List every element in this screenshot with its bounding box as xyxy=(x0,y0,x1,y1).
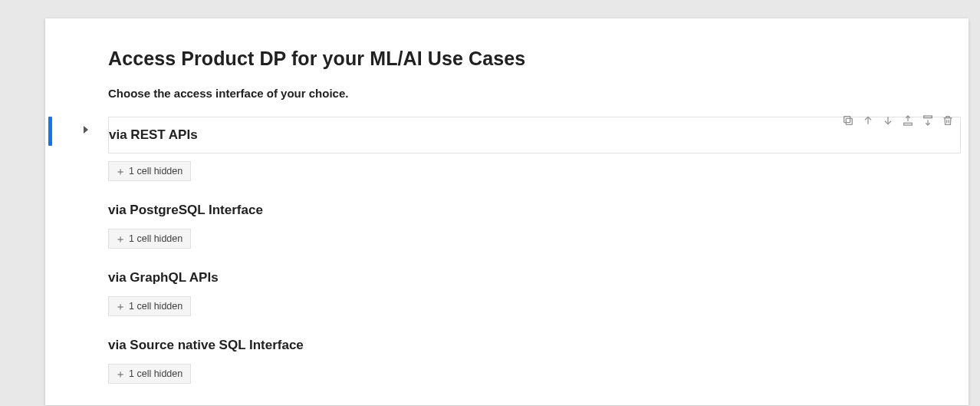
section-native-sql: via Source native SQL Interface ＋ 1 cell… xyxy=(108,335,961,398)
header-block: Access Product DP for your ML/AI Use Cas… xyxy=(108,48,938,100)
plus-icon: ＋ xyxy=(115,368,126,379)
section-heading[interactable]: via Source native SQL Interface xyxy=(108,335,961,356)
plus-icon: ＋ xyxy=(115,166,126,177)
plus-icon: ＋ xyxy=(115,233,126,244)
section-postgresql: via PostgreSQL Interface ＋ 1 cell hidden xyxy=(108,200,961,262)
copy-icon[interactable] xyxy=(842,114,854,127)
section-heading[interactable]: via GraphQL APIs xyxy=(108,267,961,289)
selection-indicator xyxy=(48,117,52,146)
delete-icon[interactable] xyxy=(942,114,954,127)
show-hidden-cells-button[interactable]: ＋ 1 cell hidden xyxy=(108,364,191,384)
svg-rect-3 xyxy=(924,116,932,118)
plus-icon: ＋ xyxy=(115,301,126,312)
show-hidden-cells-button[interactable]: ＋ 1 cell hidden xyxy=(108,296,191,316)
insert-below-icon[interactable] xyxy=(922,114,934,127)
svg-rect-1 xyxy=(844,117,850,123)
hidden-cell-label: 1 cell hidden xyxy=(129,301,183,312)
move-down-icon[interactable] xyxy=(882,114,894,127)
hidden-cell-label: 1 cell hidden xyxy=(129,368,183,379)
section-heading: via REST APIs xyxy=(109,121,954,149)
page-subtitle: Choose the access interface of your choi… xyxy=(108,87,938,100)
cell-toolbar xyxy=(842,114,960,127)
svg-rect-0 xyxy=(846,118,852,124)
hidden-cell-label: 1 cell hidden xyxy=(129,166,183,177)
hidden-cell-label: 1 cell hidden xyxy=(129,233,183,244)
svg-rect-2 xyxy=(904,123,913,125)
show-hidden-cells-button[interactable]: ＋ 1 cell hidden xyxy=(108,161,191,181)
move-up-icon[interactable] xyxy=(862,114,874,127)
expand-icon[interactable] xyxy=(84,126,88,134)
section-rest-apis: via REST APIs xyxy=(108,117,961,195)
show-hidden-cells-button[interactable]: ＋ 1 cell hidden xyxy=(108,229,191,249)
section-row[interactable]: via REST APIs xyxy=(108,117,961,153)
insert-above-icon[interactable] xyxy=(902,114,914,127)
page-title: Access Product DP for your ML/AI Use Cas… xyxy=(108,48,938,70)
section-graphql: via GraphQL APIs ＋ 1 cell hidden xyxy=(108,267,961,330)
notebook-card: Access Product DP for your ML/AI Use Cas… xyxy=(45,18,968,405)
section-heading[interactable]: via PostgreSQL Interface xyxy=(108,200,961,221)
